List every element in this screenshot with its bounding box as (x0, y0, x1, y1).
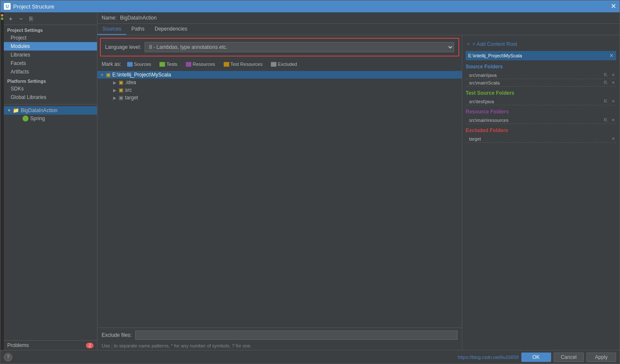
name-input[interactable] (120, 15, 615, 21)
module-folder-icon: 📁 (13, 107, 19, 113)
content-root-path-label: E:\intellij_Project\MyScala (468, 53, 522, 58)
remove-module-button[interactable]: − (17, 14, 25, 23)
sidebar-toolbar: + − ⎘ (4, 12, 97, 25)
content-root-path: E:\intellij_Project\MyScala ✕ (466, 51, 616, 60)
language-level-select[interactable]: 8 - Lambdas, type annotations etc. 7 - D… (145, 42, 454, 52)
sidebar-item-libraries[interactable]: Libraries (4, 51, 97, 59)
test-source-folder-revert-0[interactable]: R. (603, 99, 609, 104)
file-tree-root[interactable]: ▼ ▣ E:\intellij_Project\MyScala (97, 71, 462, 79)
tab-sources[interactable]: Sources (97, 24, 126, 35)
left-strip (0, 12, 4, 350)
mark-as-resources-button[interactable]: Resources (183, 61, 218, 68)
source-folder-revert-0[interactable]: R. (603, 72, 609, 78)
idea-label: .idea (125, 79, 136, 85)
mark-as-tests-button[interactable]: Tests (157, 61, 180, 68)
excluded-folder-path-0: target (469, 136, 481, 141)
name-row: Name: (97, 12, 620, 24)
mark-as-label: Mark as: (102, 61, 121, 67)
app-icon: U (4, 3, 11, 10)
help-button[interactable]: ? (4, 353, 12, 361)
apply-button[interactable]: Apply (586, 353, 616, 362)
sidebar-item-facets[interactable]: Facets (4, 59, 97, 68)
add-content-root-button[interactable]: ＋ + Add Content Root (466, 39, 616, 49)
project-settings-header: Project Settings (4, 25, 97, 34)
problems-row[interactable]: Problems 2 (4, 340, 97, 350)
source-folder-remove-1[interactable]: ✕ (610, 80, 616, 85)
file-tree-src[interactable]: ▶ ▣ src (97, 86, 462, 94)
ok-button[interactable]: OK (521, 353, 551, 362)
language-level-row: Language level: 8 - Lambdas, type annota… (100, 38, 459, 56)
src-folder-icon: ▣ (119, 87, 123, 93)
cancel-button[interactable]: Cancel (554, 353, 584, 362)
source-folders-title: Source Folders (466, 64, 616, 70)
root-folder-icon: ▣ (106, 72, 111, 78)
url-hint: https://blog.csdn.net/liu16659 (458, 355, 519, 360)
exclude-files-input[interactable] (135, 330, 458, 340)
platform-settings-header: Platform Settings (4, 76, 97, 85)
test-resources-folder-icon (224, 62, 229, 67)
title-bar: U Project Structure ✕ (0, 0, 620, 12)
add-module-button[interactable]: + (6, 14, 15, 23)
tab-dependencies[interactable]: Dependencies (150, 24, 193, 35)
sidebar-item-sdks[interactable]: SDKs (4, 85, 97, 93)
file-tree-target[interactable]: ▶ ▣ target (97, 94, 462, 102)
copy-module-button[interactable]: ⎘ (27, 14, 35, 23)
spring-icon (23, 116, 28, 121)
source-folder-path-0: src\main\java (469, 73, 497, 78)
sidebar-item-project[interactable]: Project (4, 34, 97, 42)
source-folder-entry-0: src\main\java R. ✕ (466, 71, 616, 79)
target-label: target (125, 95, 138, 101)
excluded-folders-title: Excluded Folders (466, 127, 616, 133)
source-folder-revert-1[interactable]: R. (603, 80, 609, 85)
strip-dot-green (1, 17, 3, 20)
main-content: Name: Sources Paths Dependencies Languag… (97, 12, 620, 350)
source-folder-remove-0[interactable]: ✕ (610, 72, 616, 78)
sources-folder-icon (127, 62, 133, 67)
file-tree-idea[interactable]: ▶ ▣ .idea (97, 79, 462, 86)
exclude-files-label: Exclude files: (102, 332, 132, 338)
tab-paths[interactable]: Paths (126, 24, 150, 35)
module-child-spring[interactable]: Spring (4, 115, 97, 122)
test-source-folder-entry-0: src\test\java R. ✕ (466, 98, 616, 105)
source-folder-path-1: src\main\Scala (469, 80, 500, 85)
tabs-bar: Sources Paths Dependencies (97, 24, 620, 35)
resource-folder-entry-0: src\main\resources R. ✕ (466, 116, 616, 124)
close-button[interactable]: ✕ (611, 3, 616, 10)
remove-content-root-button[interactable]: ✕ (609, 53, 614, 59)
chevron-down-icon: ▼ (7, 108, 11, 113)
module-root[interactable]: ▼ 📁 BigDataInAction (4, 106, 97, 115)
dialog-window: U Project Structure ✕ + − ⎘ Project Sett… (0, 0, 620, 364)
resource-folder-path-0: src\main\resources (469, 118, 509, 123)
problems-label: Problems (7, 342, 29, 348)
mark-as-row: Mark as: Sources Tests Resources (97, 59, 462, 69)
left-panel: Language level: 8 - Lambdas, type annota… (97, 35, 462, 350)
module-root-label: BigDataInAction (21, 107, 57, 113)
tree-expand-icon: ▼ (100, 73, 104, 77)
test-source-folder-remove-0[interactable]: ✕ (610, 99, 616, 104)
plus-icon: ＋ (466, 40, 471, 48)
sidebar-item-global-libraries[interactable]: Global Libraries (4, 93, 97, 102)
mark-as-test-resources-button[interactable]: Test Resources (221, 61, 265, 68)
language-level-label: Language level: (105, 44, 141, 50)
tests-folder-icon (159, 62, 165, 67)
excluded-folder-remove-0[interactable]: ✕ (610, 136, 616, 141)
file-tree: ▼ ▣ E:\intellij_Project\MyScala ▶ ▣ .ide… (97, 69, 462, 327)
strip-dot-orange (1, 14, 3, 17)
resources-folder-icon (186, 62, 191, 67)
resource-folder-remove-0[interactable]: ✕ (610, 117, 616, 123)
mark-as-sources-button[interactable]: Sources (125, 61, 154, 68)
test-source-folder-path-0: src\test\java (469, 99, 494, 104)
sidebar: + − ⎘ Project Settings Project Modules L… (4, 12, 97, 350)
excluded-folder-icon (271, 62, 276, 67)
mark-as-excluded-button[interactable]: Excluded (268, 61, 299, 68)
bottom-bar: ? https://blog.csdn.net/liu16659 OK Canc… (0, 350, 620, 364)
sidebar-item-artifacts[interactable]: Artifacts (4, 68, 97, 76)
sidebar-item-modules[interactable]: Modules (4, 42, 97, 51)
src-label: src (125, 87, 132, 93)
target-expand-icon: ▶ (113, 96, 117, 100)
content-area: Language level: 8 - Lambdas, type annota… (97, 35, 620, 350)
file-tree-root-label: E:\intellij_Project\MyScala (112, 72, 171, 78)
spring-label: Spring (30, 116, 45, 121)
test-source-folders-title: Test Source Folders (466, 90, 616, 96)
resource-folder-revert-0[interactable]: R. (603, 117, 609, 123)
